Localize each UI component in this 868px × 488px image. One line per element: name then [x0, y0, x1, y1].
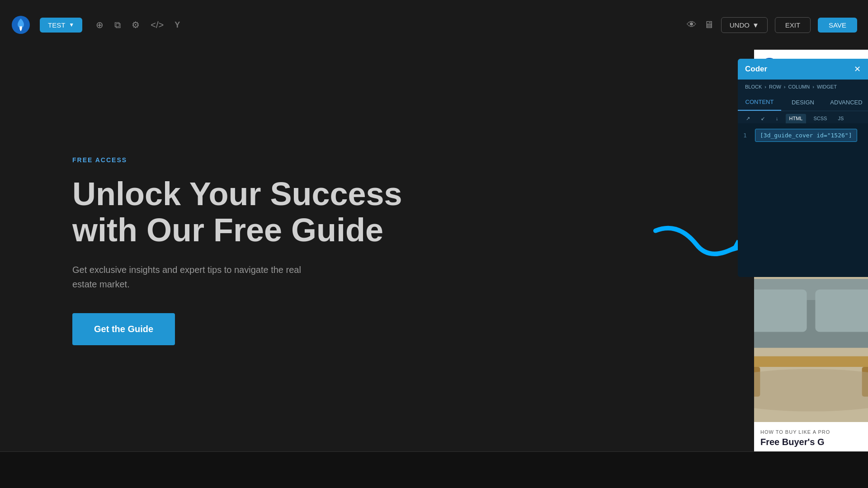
save-label: SAVE	[829, 21, 846, 29]
svg-rect-15	[815, 290, 868, 332]
js-tab-label: JS	[838, 116, 844, 121]
undo-label: UNDO	[730, 21, 750, 29]
hero-subtitle: Get exclusive insights and expert tips t…	[72, 263, 316, 291]
line-number-1: 1	[743, 132, 750, 139]
breadcrumb-block[interactable]: BLOCK	[745, 84, 762, 89]
add-icon[interactable]: ⊕	[96, 19, 104, 30]
coder-close-button[interactable]: ✕	[854, 64, 861, 74]
how-to-buy-label: HOW TO BUY LIKE A PRO	[760, 429, 862, 435]
topbar: TEST ▼ ⊕ ⧉ ⚙ </> Y 👁 🖥 UNDO ▼ EXIT SAVE	[0, 0, 868, 50]
arrow-overlay	[651, 217, 750, 273]
get-guide-label: Get the Guide	[94, 324, 153, 334]
hero-title-line2: with Our Free Guide	[72, 212, 383, 248]
editor-tab-down[interactable]: ↓	[772, 114, 782, 123]
coder-header: Coder ✕	[738, 59, 868, 80]
preview-footer: HOW TO BUY LIKE A PRO Free Buyer's G	[754, 422, 868, 452]
save-button[interactable]: SAVE	[818, 18, 857, 33]
tab-content[interactable]: CONTENT	[738, 94, 781, 111]
coder-title: Coder	[745, 65, 767, 74]
test-label: TEST	[48, 21, 65, 29]
bottom-strip	[0, 452, 868, 488]
chevron-down-icon: ▼	[69, 22, 74, 28]
breadcrumb-column[interactable]: COLUMN	[788, 84, 810, 89]
tab-design[interactable]: DESIGN	[781, 94, 825, 111]
toolbar-icons: ⊕ ⧉ ⚙ </> Y	[96, 19, 180, 30]
exit-button[interactable]: EXIT	[775, 17, 811, 33]
exit-label: EXIT	[785, 21, 800, 29]
undo-chevron-icon: ▼	[752, 21, 759, 29]
hero-content: FREE ACCESS Unlock Your Success with Our…	[72, 156, 416, 345]
canvas: FREE ACCESS Unlock Your Success with Our…	[0, 50, 868, 488]
eye-icon[interactable]: 👁	[687, 19, 697, 31]
logo	[11, 15, 31, 35]
editor-tab-expand[interactable]: ↗	[742, 114, 754, 123]
breadcrumb-sep-1: ›	[764, 84, 766, 89]
editor-tab-html[interactable]: HTML	[786, 114, 807, 123]
svg-rect-14	[754, 290, 807, 332]
free-buyers-label: Free Buyer's G	[760, 436, 862, 447]
hero-title-line1: Unlock Your Success	[72, 176, 402, 212]
tab-content-label: CONTENT	[745, 99, 774, 105]
coder-editor-tabs: ↗ ↙ ↓ HTML SCSS JS	[738, 111, 868, 123]
tab-advanced[interactable]: ADVANCED	[825, 94, 868, 111]
breadcrumb-widget[interactable]: WIDGET	[817, 84, 837, 89]
coder-panel: Coder ✕ BLOCK › ROW › COLUMN › WIDGET CO…	[738, 59, 868, 277]
topbar-right: 👁 🖥 UNDO ▼ EXIT SAVE	[687, 17, 857, 33]
svg-rect-16	[754, 356, 868, 366]
editor-tab-js[interactable]: JS	[834, 114, 847, 123]
get-guide-button[interactable]: Get the Guide	[72, 313, 175, 345]
layers-icon[interactable]: ⧉	[114, 20, 121, 30]
code-icon[interactable]: </>	[151, 20, 164, 30]
responsive-icon[interactable]: 🖥	[704, 19, 714, 31]
breadcrumb-sep-3: ›	[812, 84, 814, 89]
svg-point-19	[754, 369, 868, 412]
coder-code-area[interactable]: 1 [3d_guide_cover id="1526"]	[738, 123, 868, 277]
coder-tabs: CONTENT DESIGN ADVANCED	[738, 94, 868, 111]
html-tab-label: HTML	[789, 116, 803, 121]
yoast-icon[interactable]: Y	[175, 20, 180, 30]
editor-tab-scss[interactable]: SCSS	[810, 114, 830, 123]
editor-tab-compress[interactable]: ↙	[757, 114, 769, 123]
code-line-1: 1 [3d_guide_cover id="1526"]	[743, 129, 863, 142]
hero-title: Unlock Your Success with Our Free Guide	[72, 176, 416, 248]
free-access-label: FREE ACCESS	[72, 156, 416, 164]
tab-design-label: DESIGN	[792, 99, 814, 106]
scss-tab-label: SCSS	[813, 116, 827, 121]
tab-advanced-label: ADVANCED	[830, 99, 862, 106]
coder-breadcrumb: BLOCK › ROW › COLUMN › WIDGET	[738, 80, 868, 94]
undo-button[interactable]: UNDO ▼	[721, 17, 768, 33]
breadcrumb-sep-2: ›	[784, 84, 786, 89]
breadcrumb-row[interactable]: ROW	[769, 84, 781, 89]
settings-icon[interactable]: ⚙	[132, 19, 140, 30]
test-button[interactable]: TEST ▼	[40, 18, 82, 33]
code-content-1[interactable]: [3d_guide_cover id="1526"]	[755, 129, 857, 142]
